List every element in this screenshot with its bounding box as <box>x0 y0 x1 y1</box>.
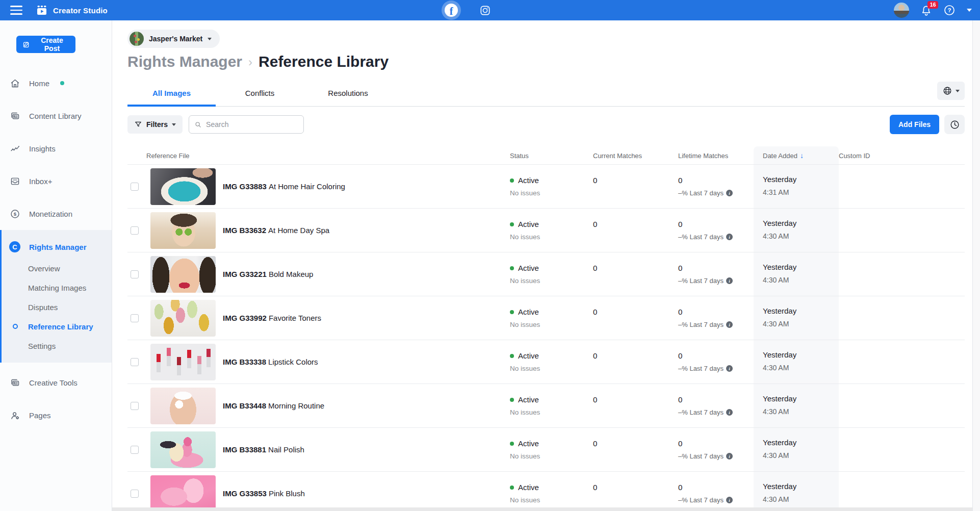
sidebar: Create Post Home Content Library Insight… <box>0 20 112 511</box>
svg-text:?: ? <box>947 7 951 13</box>
sidebar-item-monetization[interactable]: $ Monetization <box>0 197 112 230</box>
column-header[interactable]: Lifetime Matches <box>678 146 754 164</box>
rights-manager-section: C Rights Manager Overview Matching Image… <box>0 230 112 363</box>
cell-status: Active No issues <box>510 472 593 511</box>
table-row[interactable]: IMG B33338Lipstick Colors Active No issu… <box>127 340 965 384</box>
sidebar-subitem[interactable]: Reference Library <box>2 317 112 336</box>
filters-button[interactable]: Filters <box>127 115 183 134</box>
table-row[interactable]: IMG B33632At Home Day Spa Active No issu… <box>127 208 965 252</box>
info-icon[interactable]: i <box>726 409 733 416</box>
tab[interactable]: Resolutions <box>304 84 392 107</box>
reference-thumbnail <box>150 212 216 249</box>
home-icon <box>9 78 20 89</box>
notifications-button[interactable]: 16 <box>920 5 932 16</box>
status-note: No issues <box>510 365 593 372</box>
column-header[interactable]: Reference File <box>146 146 510 164</box>
language-selector-button[interactable] <box>937 82 965 100</box>
cell-date-added: Yesterday 4:30 AM <box>754 472 839 511</box>
breadcrumb-parent[interactable]: Rights Manager <box>127 53 242 70</box>
column-header[interactable]: Current Matches <box>593 146 678 164</box>
sidebar-item-home[interactable]: Home <box>0 67 112 99</box>
search-input[interactable] <box>206 120 298 129</box>
info-icon[interactable]: i <box>726 497 733 503</box>
status-note: No issues <box>510 277 593 285</box>
active-status-dot <box>510 354 514 358</box>
tab[interactable]: Conflicts <box>216 84 304 107</box>
info-icon[interactable]: i <box>726 365 733 372</box>
row-checkbox[interactable] <box>131 358 139 366</box>
sidebar-item-creative-tools[interactable]: Creative Tools <box>0 366 112 399</box>
row-checkbox[interactable] <box>131 490 139 498</box>
row-checkbox[interactable] <box>131 314 139 322</box>
table-row[interactable]: IMG G33853Pink Blush Active No issues 0 … <box>127 471 965 511</box>
vertical-scrollbar[interactable] <box>972 20 980 511</box>
content-library-icon <box>9 110 20 121</box>
account-selector[interactable]: Jasper's Market <box>127 30 220 48</box>
creator-studio-logo-icon[interactable] <box>36 4 48 16</box>
sidebar-item-insights[interactable]: Insights <box>0 132 112 165</box>
pages-icon <box>9 410 20 421</box>
reference-id: IMG G33883 <box>223 182 267 191</box>
horizontal-scrollbar[interactable] <box>112 507 972 511</box>
history-button[interactable] <box>944 115 965 134</box>
topbar-actions: 16 ? <box>894 0 972 20</box>
table-row[interactable]: IMG G33992Favorite Toners Active No issu… <box>127 296 965 340</box>
rights-manager-subnav: Overview Matching Images Disputes <box>2 259 112 355</box>
cell-select <box>127 384 146 427</box>
cell-reference-file: IMG B33632At Home Day Spa <box>146 209 510 252</box>
reference-table-body: IMG G33883At Home Hair Coloring Active N… <box>127 164 965 511</box>
sidebar-item-content-library[interactable]: Content Library <box>0 99 112 132</box>
menu-icon[interactable] <box>10 6 22 15</box>
info-icon[interactable]: i <box>726 277 733 284</box>
info-icon[interactable]: i <box>726 321 733 328</box>
table-row[interactable]: IMG G33221Bold Makeup Active No issues 0… <box>127 252 965 296</box>
column-header[interactable]: Date Added↓ <box>754 146 839 164</box>
cell-status: Active No issues <box>510 340 593 384</box>
cell-date-added: Yesterday 4:30 AM <box>754 209 839 252</box>
row-checkbox[interactable] <box>131 183 139 191</box>
row-checkbox[interactable] <box>131 446 139 454</box>
sidebar-subitem[interactable]: Disputes <box>2 297 112 317</box>
sidebar-subitem[interactable]: Settings <box>2 336 112 355</box>
tab[interactable]: All Images <box>127 84 216 107</box>
cell-status: Active No issues <box>510 384 593 427</box>
reference-name: Morning Routine <box>268 401 324 410</box>
chevron-down-icon[interactable] <box>967 9 972 12</box>
sidebar-item-inbox[interactable]: Inbox+ <box>0 165 112 197</box>
add-files-button[interactable]: Add Files <box>890 115 939 134</box>
info-icon[interactable]: i <box>726 190 733 196</box>
info-icon[interactable]: i <box>726 453 733 459</box>
create-post-button[interactable]: Create Post <box>16 36 75 53</box>
cell-custom-id <box>839 209 965 252</box>
sidebar-item-rights-manager[interactable]: C Rights Manager <box>2 235 112 259</box>
facebook-icon[interactable]: f <box>442 1 461 20</box>
sidebar-subitem[interactable]: Overview <box>2 259 112 278</box>
sidebar-subitem[interactable]: Matching Images <box>2 278 112 297</box>
row-checkbox[interactable] <box>131 270 139 278</box>
row-checkbox[interactable] <box>131 226 139 235</box>
reference-name: At Home Day Spa <box>268 226 329 235</box>
table-header: Reference File Status Current Matches Li… <box>127 146 965 164</box>
cell-lifetime-matches: 0 –% Last 7 daysi <box>678 165 754 208</box>
active-status-dot <box>510 486 514 490</box>
cell-lifetime-matches: 0 –% Last 7 daysi <box>678 252 754 296</box>
table-row[interactable]: IMG B33881Nail Polish Active No issues 0… <box>127 427 965 471</box>
cell-lifetime-matches: 0 –% Last 7 daysi <box>678 340 754 384</box>
cell-custom-id <box>839 472 965 511</box>
column-header[interactable]: Custom ID <box>839 146 965 164</box>
page-title: Reference Library <box>259 53 389 70</box>
table-row[interactable]: IMG G33883At Home Hair Coloring Active N… <box>127 164 965 208</box>
cell-current-matches: 0 <box>593 428 678 471</box>
svg-text:$: $ <box>13 211 16 217</box>
table-row[interactable]: IMG B33448Morning Routine Active No issu… <box>127 384 965 427</box>
search-box <box>189 115 304 134</box>
reference-id: IMG B33632 <box>223 226 266 235</box>
row-checkbox[interactable] <box>131 402 139 410</box>
instagram-icon[interactable] <box>475 1 495 20</box>
active-status-dot <box>510 178 514 183</box>
sidebar-item-pages[interactable]: Pages <box>0 399 112 431</box>
avatar[interactable] <box>894 3 909 18</box>
help-button[interactable]: ? <box>943 4 956 16</box>
info-icon[interactable]: i <box>726 234 733 240</box>
column-header[interactable]: Status <box>510 146 593 164</box>
